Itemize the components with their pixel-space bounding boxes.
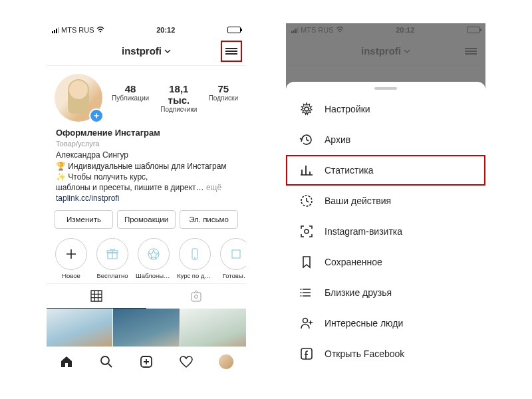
svg-point-12 (305, 229, 309, 233)
activity-clock-icon (299, 194, 314, 208)
menu-label: Ваши действия (325, 196, 391, 206)
tab-grid[interactable] (47, 284, 146, 309)
add-user-icon (299, 316, 314, 331)
menu-nametag[interactable]: Instagram-визитка (286, 216, 485, 247)
nav-activity[interactable] (178, 354, 194, 370)
tagged-icon (190, 290, 203, 303)
hamburger-button[interactable] (221, 41, 242, 62)
highlight-item[interactable]: Шаблоны п… (136, 238, 172, 279)
menu-label: Интересные люди (325, 318, 403, 329)
bookmark-icon (299, 255, 314, 269)
scan-icon (299, 224, 314, 239)
search-icon (99, 354, 114, 369)
add-story-icon[interactable]: + (89, 108, 104, 123)
menu-insights[interactable]: Статистика (286, 155, 485, 186)
new-post-icon (139, 354, 154, 369)
nav-profile[interactable] (218, 354, 234, 370)
facebook-icon (299, 346, 314, 361)
menu-label: Архив (325, 134, 350, 145)
clock-icon (299, 132, 314, 147)
chevron-down-icon (164, 49, 171, 53)
svg-point-8 (101, 356, 109, 364)
bio-more[interactable]: ещё (206, 183, 221, 192)
signal-icon (52, 27, 59, 33)
hamburger-icon (225, 47, 237, 56)
nav-home[interactable] (59, 354, 74, 370)
tab-tagged[interactable] (146, 284, 246, 309)
stat-posts[interactable]: 48 Публикации (112, 83, 149, 113)
profile-avatar[interactable]: + (55, 74, 102, 122)
menu-saved[interactable]: Сохраненное (286, 247, 485, 277)
highlight-item[interactable]: Курс по ди… (177, 238, 213, 279)
plus-icon (65, 248, 77, 260)
heart-icon (179, 354, 194, 369)
svg-point-14 (301, 292, 302, 293)
svg-point-10 (305, 107, 309, 111)
svg-point-16 (303, 319, 308, 323)
menu-settings[interactable]: Настройки (286, 94, 485, 124)
menu-activity[interactable]: Ваши действия (286, 186, 485, 216)
menu-label: Открыть Facebook (325, 348, 404, 359)
highlight-item[interactable]: Бесплатно (94, 238, 130, 279)
svg-rect-6 (192, 293, 201, 301)
profile-tabs (47, 283, 246, 309)
svg-rect-5 (232, 250, 240, 258)
profile-header: instprofi (47, 37, 246, 66)
bio-line: ✨ Чтобы получить курс, (56, 172, 237, 182)
gift-icon (105, 247, 120, 261)
menu-label: Сохраненное (325, 257, 382, 267)
category-label: Товар/услуга (56, 139, 237, 149)
nav-search[interactable] (98, 354, 114, 370)
status-bar: MTS RUS 20:12 (47, 23, 246, 37)
phone-icon (188, 247, 202, 261)
star-icon (146, 247, 161, 261)
svg-point-13 (301, 289, 302, 290)
svg-point-4 (194, 257, 196, 259)
display-name: Оформление Инстаграм (56, 127, 237, 139)
menu-label: Близкие друзья (325, 287, 392, 298)
promotions-button[interactable]: Промоакции (117, 210, 176, 229)
svg-point-7 (195, 295, 198, 298)
menu-sheet: Настройки Архив Статистика Ваши действия… (286, 82, 485, 376)
home-icon (59, 354, 74, 369)
username-dropdown[interactable]: instprofi (122, 45, 171, 57)
bio-line: шаблоны и пресеты, пишите в директ… (56, 183, 204, 192)
carrier-label: MTS RUS (61, 26, 94, 34)
menu-discover[interactable]: Интересные люди (286, 308, 485, 338)
stat-following[interactable]: 75 Подписки (209, 83, 238, 113)
edit-profile-button[interactable]: Изменить (55, 210, 113, 229)
svg-point-15 (301, 295, 302, 297)
nav-new-post[interactable] (138, 354, 154, 370)
menu-facebook[interactable]: Открыть Facebook (286, 338, 485, 369)
bottom-nav (47, 346, 246, 376)
wifi-icon (96, 27, 104, 33)
avatar-mini (219, 354, 233, 369)
grid-icon (90, 289, 103, 303)
bio-line: 🏆 Индивидуальные шаблоны для Инстаграм (56, 161, 237, 172)
battery-icon (227, 27, 241, 33)
bar-chart-icon (299, 163, 314, 178)
bio-block: Оформление Инстаграм Товар/услуга Алекса… (47, 127, 246, 203)
stat-followers[interactable]: 18,1 тыс. Подписчики (158, 83, 200, 113)
email-button[interactable]: Эл. письмо (180, 210, 238, 229)
menu-screen: MTS RUS 20:12 instprofi Настройки Архив … (286, 23, 485, 376)
highlights-row[interactable]: Новое Бесплатно Шаблоны п… Курс по ди… Г… (47, 235, 246, 283)
svg-rect-17 (301, 348, 312, 359)
bio-link[interactable]: taplink.cc/instprofi (56, 193, 237, 203)
username-label: instprofi (122, 45, 162, 57)
menu-label: Статистика (325, 165, 374, 176)
highlight-new[interactable]: Новое (53, 238, 89, 279)
menu-label: Instagram-визитка (325, 226, 402, 237)
gear-icon (299, 102, 314, 116)
clock: 20:12 (156, 26, 175, 34)
list-icon (299, 285, 314, 300)
menu-label: Настройки (325, 104, 370, 114)
sheet-handle[interactable] (374, 87, 397, 90)
author-name: Александра Сингур (56, 150, 237, 160)
menu-close-friends[interactable]: Близкие друзья (286, 277, 485, 308)
highlight-item[interactable]: Готовы… (218, 238, 246, 279)
profile-screen: MTS RUS 20:12 instprofi + 48 Публикации (47, 23, 246, 376)
menu-archive[interactable]: Архив (286, 124, 485, 155)
layers-icon (229, 247, 243, 261)
